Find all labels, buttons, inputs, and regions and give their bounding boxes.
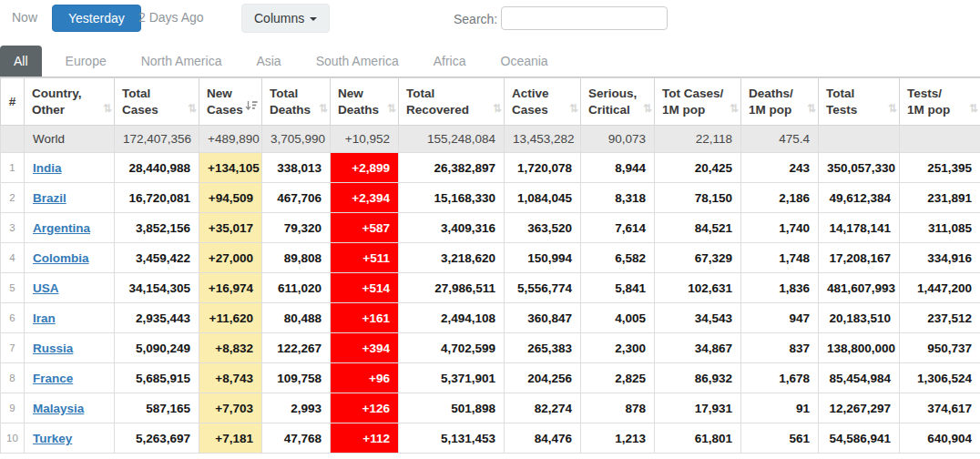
sort-unsorted-icon: ⇅ [103, 102, 111, 117]
column-header-label: # [9, 95, 16, 108]
search-label: Search: [454, 12, 497, 26]
cell-new-deaths: +511 [331, 243, 399, 273]
cell-rank [1, 126, 25, 153]
column-header-label: TotalRecovered [406, 87, 469, 117]
cell-deaths-1m: 91 [741, 393, 819, 423]
region-tab-north-america[interactable]: North America [128, 46, 235, 76]
cell-total-deaths: 47,768 [262, 423, 331, 454]
now-button[interactable]: Now [12, 10, 37, 25]
country-link[interactable]: India [33, 161, 62, 175]
cell-rank: 3 [1, 213, 25, 243]
world-row: World172,407,356+489,8903,705,990+10,952… [1, 126, 980, 153]
two-days-ago-button[interactable]: 2 Days Ago [138, 10, 204, 25]
column-header-country[interactable]: Country,Other⇅ [25, 78, 115, 126]
cell-new-cases: +35,017 [199, 213, 262, 243]
column-header-rank: # [1, 78, 25, 126]
column-header-label: NewCases [207, 87, 243, 117]
region-tab-africa[interactable]: Africa [421, 46, 479, 76]
column-header-total-deaths[interactable]: TotalDeaths⇅ [262, 78, 331, 126]
cell-tot-cases-1m: 61,801 [655, 423, 741, 454]
cell-new-cases: +7,181 [199, 423, 262, 454]
column-header-total-recovered[interactable]: TotalRecovered⇅ [399, 78, 505, 126]
country-link[interactable]: Malaysia [33, 402, 84, 415]
country-link[interactable]: Russia [33, 342, 73, 355]
cell-rank: 4 [1, 243, 25, 273]
column-header-tests-1m[interactable]: Tests/1M pop⇅ [900, 78, 980, 126]
columns-dropdown-button[interactable]: Columns [241, 4, 330, 33]
cell-serious-critical: 90,073 [581, 126, 655, 153]
country-link[interactable]: Turkey [33, 432, 72, 445]
cell-active-cases: 265,383 [505, 333, 581, 363]
column-header-active-cases[interactable]: ActiveCases⇅ [505, 78, 581, 126]
cell-total-recovered: 501,898 [399, 393, 505, 423]
cell-rank: 8 [1, 363, 25, 393]
cell-tot-cases-1m: 17,931 [655, 393, 741, 423]
cell-total-recovered: 4,702,599 [399, 333, 505, 363]
cell-total-cases: 5,263,697 [115, 423, 199, 454]
region-tab-asia[interactable]: Asia [243, 46, 293, 76]
cell-new-cases: +16,974 [199, 273, 262, 303]
cell-total-deaths: 89,808 [262, 243, 331, 273]
column-header-serious-critical[interactable]: Serious,Critical⇅ [581, 78, 655, 126]
region-tab-europe[interactable]: Europe [53, 46, 119, 76]
cell-total-tests: 54,586,941 [819, 423, 900, 454]
cell-rank: 2 [1, 183, 25, 213]
cell-total-recovered: 27,986,511 [399, 273, 505, 303]
cell-tests-1m: 640,904 [900, 423, 980, 454]
cell-serious-critical: 1,213 [581, 423, 655, 454]
column-header-label: ActiveCases [512, 87, 549, 117]
cell-total-cases: 172,407,356 [115, 126, 199, 153]
cell-total-tests: 481,607,993 [819, 273, 900, 303]
cell-total-deaths: 109,758 [262, 363, 331, 393]
region-tab-south-america[interactable]: South America [303, 46, 412, 76]
column-header-deaths-1m[interactable]: Deaths/1M pop⇅ [741, 78, 819, 126]
country-link[interactable]: USA [33, 281, 59, 295]
cell-new-deaths: +161 [331, 303, 399, 333]
column-header-total-tests[interactable]: TotalTests⇅ [819, 78, 900, 126]
cell-total-tests: 12,267,297 [819, 393, 900, 423]
cell-tot-cases-1m: 86,932 [655, 363, 741, 393]
region-tab-oceania[interactable]: Oceania [488, 46, 561, 76]
table-row-india: 1India28,440,988+134,105338,013+2,89926,… [1, 153, 980, 183]
cell-deaths-1m: 1,740 [741, 213, 819, 243]
sort-unsorted-icon: ⇅ [188, 102, 196, 117]
cell-total-deaths: 122,267 [262, 333, 331, 363]
column-header-tot-cases-1m[interactable]: Tot Cases/1M pop⇅ [655, 78, 741, 126]
yesterday-button[interactable]: Yesterday [52, 5, 141, 32]
column-header-total-cases[interactable]: TotalCases⇅ [115, 78, 199, 126]
cell-tot-cases-1m: 34,543 [655, 303, 741, 333]
table-row-usa: 5USA34,154,305+16,974611,020+51427,986,5… [1, 273, 980, 303]
table-row-turkey: 10Turkey5,263,697+7,18147,768+1125,131,4… [1, 423, 980, 454]
sort-unsorted-icon: ⇅ [493, 102, 501, 117]
country-link[interactable]: Iran [33, 311, 56, 325]
cell-deaths-1m: 837 [741, 333, 819, 363]
cell-total-cases: 28,440,988 [115, 153, 199, 183]
region-tab-all[interactable]: All [0, 46, 42, 76]
cell-new-cases: +27,000 [199, 243, 262, 273]
cell-active-cases: 1,720,078 [505, 153, 581, 183]
cell-serious-critical: 8,318 [581, 183, 655, 213]
country-link[interactable]: France [33, 372, 73, 385]
cell-deaths-1m: 561 [741, 423, 819, 454]
cell-total-tests: 20,183,510 [819, 303, 900, 333]
column-header-new-deaths[interactable]: NewDeaths⇅ [331, 78, 399, 126]
cell-new-deaths: +2,394 [331, 183, 399, 213]
country-link[interactable]: Argentina [33, 221, 90, 235]
search-input[interactable] [501, 6, 668, 30]
column-header-new-cases[interactable]: NewCases [199, 78, 262, 126]
cell-total-cases: 3,459,422 [115, 243, 199, 273]
cell-new-cases: +7,703 [199, 393, 262, 423]
cell-new-deaths: +394 [331, 333, 399, 363]
cell-country: Brazil [25, 183, 115, 213]
country-link[interactable]: Brazil [33, 191, 66, 205]
cell-tests-1m: 251,395 [900, 153, 980, 183]
cell-total-recovered: 26,382,897 [399, 153, 505, 183]
cell-tot-cases-1m: 20,425 [655, 153, 741, 183]
country-link[interactable]: Colombia [33, 251, 89, 265]
column-header-label: TotalTests [826, 87, 857, 117]
cell-active-cases: 363,520 [505, 213, 581, 243]
cell-new-deaths: +126 [331, 393, 399, 423]
cell-active-cases: 1,084,045 [505, 183, 581, 213]
cell-tests-1m: 374,617 [900, 393, 980, 423]
sort-unsorted-icon: ⇅ [888, 102, 896, 117]
